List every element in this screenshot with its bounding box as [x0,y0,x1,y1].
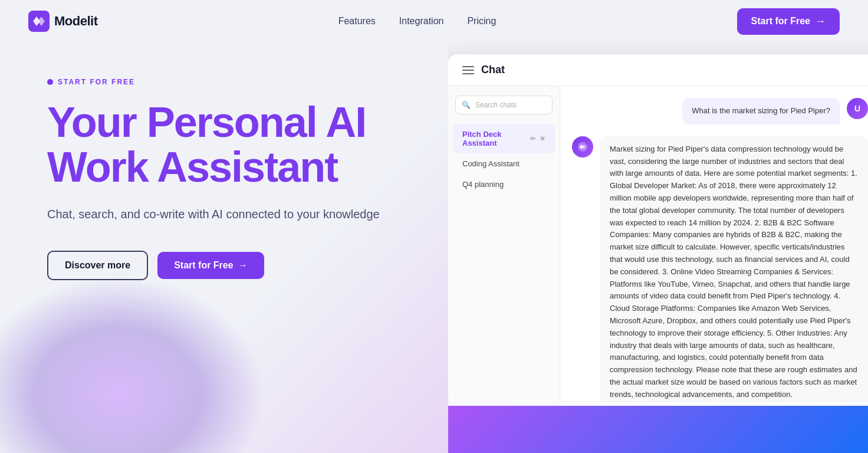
close-chat-button[interactable]: ✕ [540,134,545,143]
nav-links: Features Integration Pricing [338,16,497,27]
sidebar-item-pitch-deck[interactable]: Pitch Deck Assistant ✏ ✕ [453,124,555,153]
ai-avatar [572,136,593,157]
nav-integration[interactable]: Integration [399,16,444,27]
nav-cta-arrow-icon: → [815,15,826,28]
ai-message: Market sizing for Pied Piper's data comp… [572,136,868,401]
hero-title: Your Personal AI Work Assistant [47,100,413,189]
sidebar-item-actions: ✏ ✕ [530,134,545,143]
sidebar-item-label: Coding Assistant [462,159,520,168]
sidebar-item-label: Q4 planning [462,180,504,189]
hero-buttons: Discover more Start for Free → [47,251,413,280]
chat-title: Chat [481,64,505,76]
search-placeholder: Search chats [475,101,517,109]
start-free-button[interactable]: Start for Free → [157,252,264,279]
sidebar-item-label: Pitch Deck Assistant [462,130,530,147]
user-message: U What is the market sizing for Pied Pip… [572,98,868,124]
sidebar-item-q4[interactable]: Q4 planning [453,174,555,195]
navbar: Modelit Features Integration Pricing Sta… [0,0,868,42]
nav-pricing[interactable]: Pricing [467,16,496,27]
edit-chat-button[interactable]: ✏ [530,134,536,143]
hero-right: Chat Pitch Deck Assistant 🔍 Search chats… [448,42,868,453]
logo-text: Modelit [54,14,98,29]
ai-message-bubble: Market sizing for Pied Piper's data comp… [600,136,868,401]
hero-title-line1: Your Personal AI [47,99,366,146]
user-message-bubble: What is the market sizing for Pied Piper… [682,98,840,124]
start-badge: START FOR FREE [47,78,413,86]
nav-features[interactable]: Features [338,16,376,27]
chat-messages: U What is the market sizing for Pied Pip… [560,86,868,401]
search-box[interactable]: 🔍 Search chats [455,96,553,114]
start-dot-icon [47,79,53,85]
hero-subtitle: Chat, search, and co-write with AI conne… [47,206,413,222]
chat-sidebar: 🔍 Search chats Pitch Deck Assistant ✏ ✕ … [448,86,560,453]
start-free-arrow-icon: → [238,260,248,271]
hero-left: START FOR FREE Your Personal AI Work Ass… [0,42,448,453]
nav-cta-button[interactable]: Start for Free → [737,8,840,35]
ai-message-text: Market sizing for Pied Piper's data comp… [610,145,857,399]
hero-section: START FOR FREE Your Personal AI Work Ass… [0,42,868,453]
sidebar-item-coding[interactable]: Coding Assistant [453,153,555,174]
chat-main: U What is the market sizing for Pied Pip… [560,86,868,453]
start-badge-text: START FOR FREE [58,78,135,86]
logo-icon [28,11,50,32]
start-free-label: Start for Free [174,260,233,271]
discover-more-button[interactable]: Discover more [47,251,148,280]
hamburger-menu-icon[interactable] [462,66,474,74]
search-icon: 🔍 [462,101,471,109]
hero-title-line2: Work Assistant [47,143,337,191]
nav-cta-label: Start for Free [751,16,810,27]
chat-header-left: Chat [462,64,505,76]
chat-header: Chat Pitch Deck Assistant [448,54,868,86]
chat-body: 🔍 Search chats Pitch Deck Assistant ✏ ✕ … [448,86,868,453]
user-avatar: U [847,98,868,119]
logo[interactable]: Modelit [28,11,98,32]
user-message-text: What is the market sizing for Pied Piper… [692,106,830,115]
chat-window: Chat Pitch Deck Assistant 🔍 Search chats… [448,54,868,453]
